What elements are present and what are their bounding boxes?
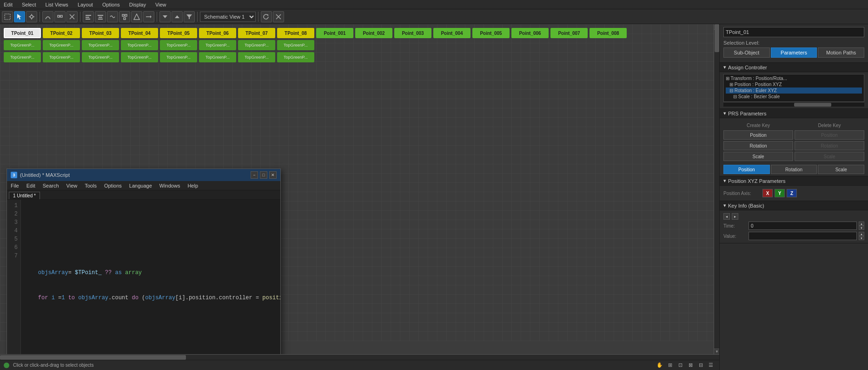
tree-h-scrollbar[interactable] [723,102,864,107]
node-TPoint-04[interactable]: TPoint_04 [121,28,158,38]
arrow-end-btn[interactable] [143,11,154,22]
align-center-btn[interactable] [95,11,106,22]
key-prev-btn[interactable]: ◂ [723,213,730,220]
prs-tab-rotation[interactable]: Rotation [771,165,817,174]
sub-node-2-2[interactable]: TopGreenP... [43,52,80,62]
editor-menu-file[interactable]: File [9,183,21,188]
value-spin-down[interactable]: ▼ [859,236,864,240]
editor-menu-language[interactable]: Language [127,183,154,188]
node-Point-007[interactable]: Point_007 [550,28,588,38]
arrange-b-btn[interactable] [131,11,142,22]
filter-btn[interactable] [184,11,195,22]
sub-node-2-7[interactable]: TopGreenP... [238,52,275,62]
axis-y-btn[interactable]: Y [775,189,785,197]
editor-menu-search[interactable]: Search [41,183,61,188]
editor-content[interactable]: 1 2 3 4 5 6 7 objsArray= $TPoint_ ?? as [7,200,280,354]
menu-listviews[interactable]: List Views [44,2,70,7]
expand-b-btn[interactable] [172,11,183,22]
zoom-all-btn[interactable]: ☰ [706,361,716,370]
editor-titlebar[interactable]: 3 (Untitled) * MAXScript − □ ✕ [7,169,280,181]
node-Point-005[interactable]: Point_005 [472,28,510,38]
ctrl-tree-rotation[interactable]: ⊟ Rotation : Euler XYZ [726,87,862,94]
time-spin-down[interactable]: ▼ [859,226,864,230]
key-info-header[interactable]: ▾ Key Info (Basic) [720,201,868,210]
refresh-btn[interactable] [261,11,272,22]
motion-paths-btn[interactable]: Motion Paths [818,47,864,58]
snap-tool-btn[interactable]: ⊡ [676,361,685,370]
sub-node-1-3[interactable]: TopGreenP... [82,40,119,50]
delete-rotation-btn[interactable]: Rotation [795,141,864,150]
sub-node-1-1[interactable]: TopGreenP... [4,40,41,50]
value-spin-up[interactable]: ▲ [859,232,864,236]
create-position-btn[interactable]: Position [723,130,793,140]
sub-node-1-7[interactable]: TopGreenP... [238,40,275,50]
node-Point-001[interactable]: Point_001 [316,28,353,38]
node-Point-003[interactable]: Point_003 [394,28,431,38]
ctrl-tree-scale[interactable]: ⊟ Scale : Bezier Scale [726,94,862,100]
editor-menu-windows[interactable]: Windows [158,183,182,188]
sub-node-1-5[interactable]: TopGreenP... [160,40,197,50]
align-left-btn[interactable] [83,11,94,22]
value-input[interactable] [749,232,857,240]
editor-code-area[interactable]: objsArray= $TPoint_ ?? as array for i =1… [21,200,280,354]
menu-options[interactable]: Options [100,2,122,7]
time-spin-up[interactable]: ▲ [859,222,864,226]
node-Point-002[interactable]: Point_002 [355,28,392,38]
sub-node-1-4[interactable]: TopGreenP... [121,40,158,50]
node-TPoint-02[interactable]: TPoint_02 [43,28,80,38]
node-Point-006[interactable]: Point_006 [511,28,549,38]
parameters-btn[interactable]: Parameters [771,47,817,58]
v-scroll-down-btn[interactable]: ▼ [714,349,719,354]
hand-tool-btn[interactable]: ✋ [655,361,664,370]
sub-node-2-4[interactable]: TopGreenP... [121,52,158,62]
node-TPoint-06[interactable]: TPoint_06 [199,28,236,38]
ortho-tool-btn[interactable]: ⊠ [686,361,695,370]
editor-menu-view[interactable]: View [65,183,80,188]
move-btn[interactable] [26,11,37,22]
assign-controller-header[interactable]: ▾ Assign Controller [720,63,868,72]
sub-node-1-6[interactable]: TopGreenP... [199,40,236,50]
pointer-btn[interactable] [14,11,25,22]
node-TPoint-07[interactable]: TPoint_07 [238,28,275,38]
prs-tab-scale[interactable]: Scale [818,165,864,174]
sub-node-2-1[interactable]: TopGreenP... [4,52,41,62]
editor-close-btn[interactable]: ✕ [269,171,277,179]
editor-maximize-btn[interactable]: □ [260,171,267,179]
delete-btn[interactable] [66,11,78,22]
node-TPoint-05[interactable]: TPoint_05 [160,28,197,38]
viewport-content[interactable]: TPoint_01 TPoint_02 TPoint_03 TPoint_04 … [0,24,714,354]
node-TPoint-03[interactable]: TPoint_03 [82,28,119,38]
expand-a-btn[interactable] [159,11,171,22]
sub-object-btn[interactable]: Sub-Object [723,47,770,58]
axis-x-btn[interactable]: X [762,189,773,197]
menu-edit[interactable]: Edit [2,2,14,7]
editor-minimize-btn[interactable]: − [251,171,258,179]
prs-parameters-header[interactable]: ▾ PRS Parameters [720,109,868,118]
node-TPoint-08[interactable]: TPoint_08 [277,28,314,38]
arrange-a-btn[interactable] [119,11,130,22]
editor-menu-edit[interactable]: Edit [25,183,37,188]
key-next-btn[interactable]: ▸ [732,213,738,220]
sub-node-1-8[interactable]: TopGreenP... [277,40,314,50]
node-Point-004[interactable]: Point_004 [433,28,470,38]
viewport-h-scrollbar[interactable] [0,354,719,360]
close-view-btn[interactable] [273,11,284,22]
object-name-field[interactable] [723,27,864,37]
connect-a-btn[interactable] [42,11,53,22]
node-Point-008[interactable]: Point_008 [590,28,627,38]
editor-tab-1[interactable]: 1 Untitled * [9,192,40,199]
grid-tool-btn[interactable]: ⊞ [665,361,675,370]
controller-tree[interactable]: ⊞ Transform : Position/Rota... ⊞ Positio… [723,74,864,102]
sub-node-1-2[interactable]: TopGreenP... [43,40,80,50]
menu-view[interactable]: View [153,2,168,7]
connect-b-btn[interactable] [54,11,66,22]
zoom-fit-btn[interactable]: ⊟ [696,361,705,370]
delete-position-btn[interactable]: Position [795,130,864,140]
schematic-view-dropdown[interactable]: Schematic View 1 [200,12,256,22]
axis-z-btn[interactable]: Z [787,189,797,197]
ctrl-tree-position[interactable]: ⊞ Position : Position XYZ [726,81,862,87]
sub-node-2-8[interactable]: TopGreenP... [277,52,314,62]
create-scale-btn[interactable]: Scale [723,152,793,161]
editor-menu-tools[interactable]: Tools [83,183,99,188]
position-xyz-header[interactable]: ▾ Position XYZ Parameters [720,176,868,186]
